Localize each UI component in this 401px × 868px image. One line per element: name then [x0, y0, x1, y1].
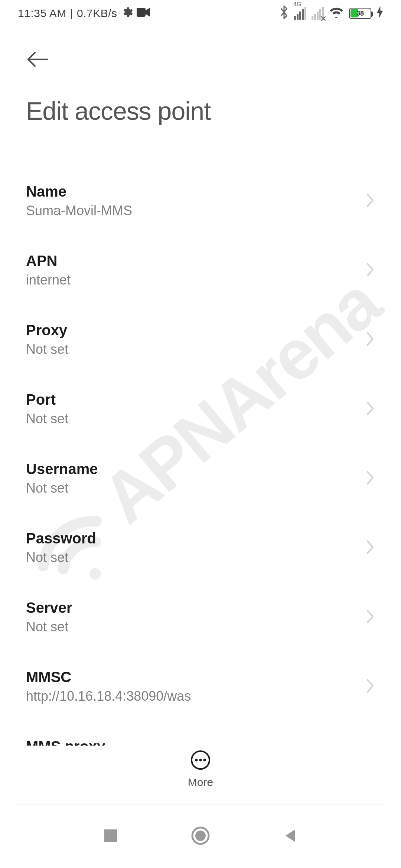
- row-label: Port: [26, 391, 68, 408]
- chevron-right-icon: [365, 400, 375, 418]
- chevron-right-icon: [365, 331, 375, 349]
- nav-recents-button[interactable]: [103, 828, 118, 845]
- chevron-right-icon: [365, 539, 375, 557]
- row-label: MMSC: [26, 669, 191, 685]
- row-label: Username: [26, 461, 98, 477]
- svg-point-5: [203, 759, 206, 762]
- signal-4g-icon: 4G: [294, 7, 306, 20]
- row-username[interactable]: Username Not set: [26, 444, 375, 513]
- back-button[interactable]: [26, 45, 56, 74]
- row-value: Suma-Movil-MMS: [26, 203, 132, 218]
- more-button[interactable]: More: [0, 746, 401, 801]
- arrow-left-icon: [26, 50, 50, 68]
- apn-settings-list: Name Suma-Movil-MMS APN internet Proxy N…: [0, 166, 401, 789]
- nav-back-button[interactable]: [283, 828, 298, 845]
- row-password[interactable]: Password Not set: [26, 513, 375, 582]
- row-server[interactable]: Server Not set: [26, 582, 375, 652]
- battery-icon: 38: [349, 8, 371, 19]
- row-value: Not set: [26, 550, 96, 565]
- square-icon: [103, 828, 118, 844]
- row-value: internet: [26, 272, 71, 288]
- triangle-left-icon: [283, 828, 298, 844]
- svg-point-4: [199, 759, 202, 762]
- row-mmsc[interactable]: MMSC http://10.16.18.4:38090/was: [26, 652, 375, 721]
- nav-home-button[interactable]: [190, 826, 211, 847]
- status-time: 11:35 AM: [18, 7, 66, 20]
- row-label: Password: [26, 530, 96, 547]
- row-value: Not set: [26, 411, 68, 427]
- more-ellipsis-icon: [190, 750, 211, 770]
- chevron-right-icon: [365, 608, 375, 626]
- status-sep: |: [70, 7, 73, 20]
- row-label: APN: [26, 253, 71, 269]
- row-label: Proxy: [26, 322, 68, 339]
- status-data-rate: 0.7KB/s: [77, 7, 117, 20]
- status-bar: 11:35 AM | 0.7KB/s 4G: [0, 0, 401, 27]
- row-proxy[interactable]: Proxy Not set: [26, 305, 375, 374]
- svg-rect-0: [137, 8, 146, 17]
- wifi-icon: [329, 6, 344, 21]
- chevron-right-icon: [365, 262, 375, 279]
- row-value: Not set: [26, 619, 72, 635]
- chevron-right-icon: [365, 192, 375, 210]
- row-label: Server: [26, 599, 72, 616]
- svg-point-3: [195, 759, 198, 762]
- row-port[interactable]: Port Not set: [26, 374, 375, 444]
- row-value: Not set: [26, 480, 98, 496]
- page-title: Edit access point: [26, 96, 375, 125]
- camera-icon: [137, 7, 150, 20]
- row-value: http://10.16.18.4:38090/was: [26, 688, 191, 704]
- charging-bolt-icon: [376, 6, 383, 21]
- more-label: More: [188, 776, 213, 789]
- settings-gear-icon: [121, 6, 133, 21]
- row-value: Not set: [26, 342, 68, 357]
- bluetooth-icon: [279, 5, 289, 22]
- circle-icon: [190, 826, 211, 846]
- row-label: Name: [26, 183, 132, 200]
- svg-point-8: [195, 831, 206, 841]
- chevron-right-icon: [365, 678, 375, 696]
- row-apn[interactable]: APN internet: [26, 236, 375, 305]
- svg-rect-6: [104, 829, 117, 842]
- chevron-right-icon: [365, 470, 375, 487]
- signal-no-sim-icon: [312, 7, 324, 20]
- row-name[interactable]: Name Suma-Movil-MMS: [26, 166, 375, 236]
- system-nav-bar: [0, 805, 401, 868]
